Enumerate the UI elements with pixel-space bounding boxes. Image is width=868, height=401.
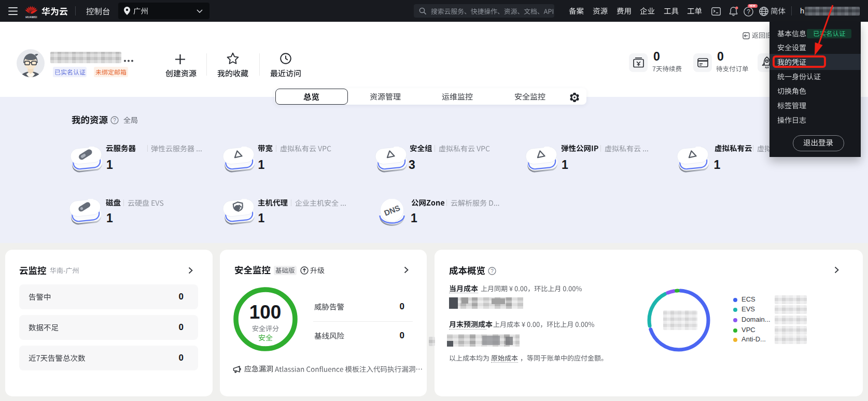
svg-text:?: ? xyxy=(113,118,116,123)
svg-text:?: ? xyxy=(747,8,750,15)
svg-text:?: ? xyxy=(491,268,494,274)
